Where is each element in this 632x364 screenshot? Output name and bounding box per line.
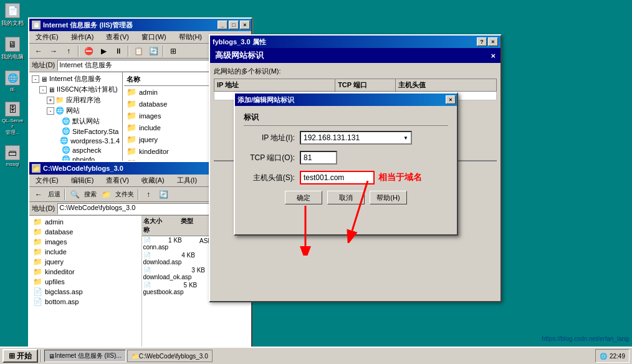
desktop-icon-mssql[interactable]: 🗃 mssql [1,145,24,167]
file-menu-file[interactable]: 文件(E) [32,175,62,186]
iis-taskbar-icon: 🖥 [49,353,55,360]
file-menu-view[interactable]: 查看(V) [102,175,133,186]
iis-toolbar-refresh[interactable]: 🔄 [146,45,160,57]
iis-toolbar-props[interactable]: 📋 [132,45,145,57]
iis-toolbar-sep2 [128,46,129,57]
desktop-icon-sql[interactable]: 🗄 QL-Server管理... [1,102,24,136]
tree-default-site[interactable]: 🌐 默认网站 [53,116,121,127]
iis-win-controls: _ □ × [218,21,250,29]
file-item-bottom[interactable]: 📄 bottom.asp [31,297,140,307]
fy-prop-label: 此网站的多个标识(M): [214,67,497,76]
file-menu-fav[interactable]: 收藏(A) [138,175,168,186]
iis-toolbar-stop[interactable]: ⛔ [82,45,95,57]
iis-title-text: Internet 信息服务 (IIS)管理器 [43,21,133,30]
tree-item-apppool[interactable]: + 📁 应用程序池 [45,95,121,105]
iis-minimize-btn[interactable]: _ [218,21,227,29]
add-dialog-btns: 确定 取消 帮助(H) [244,191,448,204]
add-dialog-title-text: 添加/编辑网站标识 [237,95,294,105]
iis-addr-label: 地址(D) [32,60,55,70]
taskbar-btn-file[interactable]: 📁 C:\WebCode\fyblogs_3.0 [127,350,213,362]
file-item-database[interactable]: 📁 database [31,227,140,237]
taskbar-time: 22:49 [610,353,625,360]
file-item-kindeditor[interactable]: 📁 kindeditor [31,267,140,277]
file-toolbar-folder-label: 文件夹 [114,190,135,199]
file-toolbar-up[interactable]: ↑ [141,188,155,201]
host-label: 主机头值(S): [244,173,300,183]
taskbar-start-btn[interactable]: ⊞ 开始 [2,349,38,363]
add-dialog-content: 标识 IP 地址(I): 192.168.131.131 ▼ TCP 端口(O)… [235,106,457,211]
iis-toolbar-view[interactable]: ⊞ [166,45,180,57]
iis-toolbar-pause[interactable]: ⏸ [112,45,125,57]
taskbar-btn-iis[interactable]: 🖥 Internet 信息服务 (IIS)... [44,350,126,362]
file-menu-tools[interactable]: 工具(I) [173,175,201,186]
file-item-images[interactable]: 📁 images [31,237,140,247]
mydocs-label: 我的文档 [1,19,24,27]
iis-menu-file[interactable]: 文件(E) [32,32,62,43]
iis-maximize-btn[interactable]: □ [229,21,239,29]
tcp-input[interactable] [300,151,337,165]
watermark: https://blog.csdn.net/erfan_lang [542,335,629,342]
file-menu-edit[interactable]: 编辑(E) [67,175,98,186]
file-toolbar-folder[interactable]: 📁 [99,188,113,201]
col-name: 名称 [143,217,150,234]
add-dialog-close-btn[interactable]: × [446,95,456,104]
tree-expand-iis6cn[interactable]: - [39,86,47,93]
iis-toolbar-back[interactable]: ← [32,45,45,57]
tree-sitefactory[interactable]: 🌐 SiteFactory.Sta [53,127,121,136]
iis-close-btn[interactable]: × [240,21,250,29]
file-toolbar-back[interactable]: ← [32,188,45,201]
iis-titlebar: 🖥 Internet 信息服务 (IIS)管理器 _ □ × [29,19,251,31]
iis-toolbar-up[interactable]: ↑ [62,45,75,57]
add-dialog-help-btn[interactable]: 帮助(H) [370,191,407,204]
fy-prop-close-btn[interactable]: × [488,37,498,46]
tree-expand-apppool[interactable]: + [47,97,54,104]
add-edit-dialog: 添加/编辑网站标识 × 标识 IP 地址(I): 192.168.131.131… [234,92,458,236]
desktop-icon-mypc[interactable]: 🖥 我的电脑 [1,37,24,61]
tcp-label: TCP 端口(O): [244,153,300,163]
iis-menu-window[interactable]: 窗口(W) [138,32,170,43]
file-toolbar-refresh[interactable]: 🔄 [156,188,170,201]
fy-prop-controls: ? × [477,37,498,46]
iis-toolbar-fwd[interactable]: → [47,45,60,57]
start-label: 开始 [17,351,32,362]
file-toolbar-sep2 [138,189,139,200]
add-dialog-ok-btn[interactable]: 确定 [285,191,322,204]
iis-toolbar-start[interactable]: ▶ [97,45,110,57]
fy-prop-help-btn[interactable]: ? [477,37,487,46]
tree-expand-websites[interactable]: - [47,107,54,115]
file-download-name: 📄 download.asp [143,252,182,266]
file-toolbar-search-label: 搜索 [83,190,98,199]
tree-expand-iis[interactable]: - [32,75,39,83]
file-item-bigclass[interactable]: 📄 bigclass.asp [31,287,140,297]
file-toolbar-search[interactable]: 🔍 [68,188,82,201]
host-annotation: 相当于域名 [378,172,422,183]
desktop-icon-mydocs[interactable]: 📄 我的文档 [1,3,24,27]
fy-prop-subtitle-bar: 高级网站标识 × [210,48,500,63]
iis-menu-view[interactable]: 查看(V) [102,32,133,43]
file-toolbar-back-label: 后退 [47,190,62,199]
ip-dropdown[interactable]: 192.168.131.131 ▼ [300,131,412,145]
file-item-upfiles[interactable]: 📁 upfiles [31,277,140,287]
file-item-admin[interactable]: 📁 admin [31,217,140,227]
ie-icon: 🌐 [5,70,20,85]
tree-item-websites[interactable]: - 🌐 网站 [45,105,121,116]
desktop-icon-ie[interactable]: 🌐 IE [1,70,24,92]
fy-prop-subtitle-close[interactable]: × [491,51,496,60]
tree-iis6cn[interactable]: - 🖥 IIS6CN(本地计算机) [38,84,121,95]
fy-col-ip: IP 地址 [214,79,335,92]
iis-menu-help[interactable]: 帮助(H) [175,32,206,43]
add-dialog-section-label: 标识 [244,112,448,126]
host-input[interactable] [300,171,375,184]
file-guestbook-name: 📄 guestbook.asp [143,282,184,295]
fy-col-host: 主机头值 [396,79,497,92]
ip-dropdown-arrow-icon: ▼ [403,135,408,141]
file-item-jquery[interactable]: 📁 jquery [31,257,140,267]
mssql-label: mssql [6,161,19,167]
tree-aspcheck[interactable]: 🌐 aspcheck [53,145,121,155]
file-item-include[interactable]: 📁 include [31,247,140,257]
iis-menu-action[interactable]: 操作(A) [67,32,98,43]
mydocs-icon: 📄 [5,3,20,18]
tree-root-iis[interactable]: - 🖥 Internet 信息服务 [31,74,121,84]
tree-wordpress[interactable]: 🌐 wordpress-3.1.4 [53,136,121,145]
add-dialog-cancel-btn[interactable]: 取消 [327,191,365,204]
